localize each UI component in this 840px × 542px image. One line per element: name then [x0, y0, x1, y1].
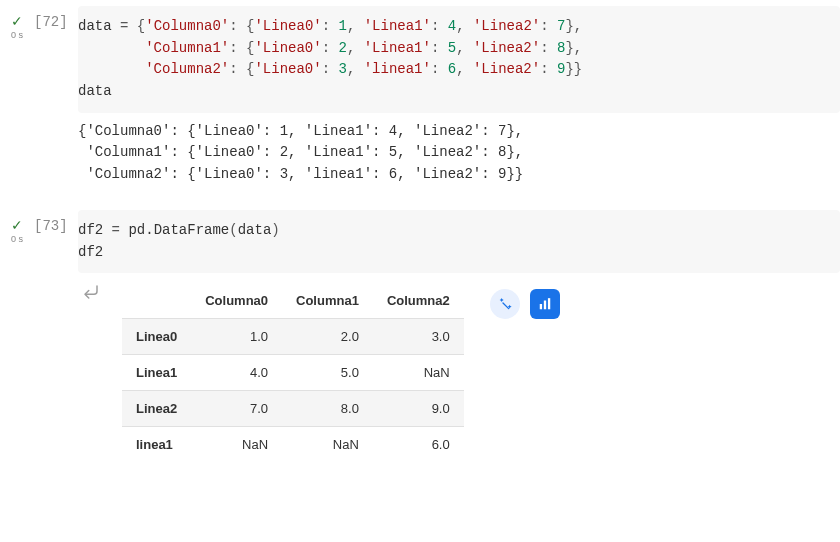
notebook-cell[interactable]: ✓ 0 s [73] df2 = pd.DataFrame(data) df2 …	[0, 204, 840, 480]
dataframe-tools	[490, 289, 560, 319]
svg-rect-1	[539, 304, 541, 309]
column-header: Columna2	[373, 283, 464, 319]
magic-wand-button[interactable]	[490, 289, 520, 319]
code-input[interactable]: data = {'Columna0': {'Linea0': 1, 'Linea…	[78, 6, 840, 113]
notebook-cell[interactable]: ✓ 0 s [72] data = {'Columna0': {'Linea0'…	[0, 0, 840, 204]
code-input[interactable]: df2 = pd.DataFrame(data) df2	[78, 210, 840, 273]
output-arrow-icon	[78, 283, 122, 305]
table-row: Linea2 7.0 8.0 9.0	[122, 391, 464, 427]
column-header: Columna0	[191, 283, 282, 319]
exec-time: 0 s	[0, 234, 34, 244]
column-header	[122, 283, 191, 319]
cell-gutter: ✓ 0 s	[0, 6, 34, 186]
cell-body: df2 = pd.DataFrame(data) df2 Columna0 Co…	[78, 210, 840, 462]
chart-button[interactable]	[530, 289, 560, 319]
cell-output-text: {'Columna0': {'Linea0': 1, 'Linea1': 4, …	[78, 121, 840, 186]
exec-count: [72]	[34, 6, 78, 186]
column-header: Columna1	[282, 283, 373, 319]
dataframe-table: Columna0 Columna1 Columna2 Linea0 1.0 2.…	[122, 283, 464, 462]
table-row: linea1 NaN NaN 6.0	[122, 427, 464, 463]
svg-rect-2	[544, 301, 546, 310]
exec-time: 0 s	[0, 30, 34, 40]
table-row: Linea1 4.0 5.0 NaN	[122, 355, 464, 391]
check-icon: ✓	[0, 218, 34, 232]
check-icon: ✓	[0, 14, 34, 28]
cell-output: Columna0 Columna1 Columna2 Linea0 1.0 2.…	[78, 273, 840, 462]
table-row: Linea0 1.0 2.0 3.0	[122, 319, 464, 355]
exec-count: [73]	[34, 210, 78, 462]
svg-rect-3	[548, 298, 550, 309]
cell-gutter: ✓ 0 s	[0, 210, 34, 462]
svg-rect-0	[502, 302, 510, 310]
cell-body: data = {'Columna0': {'Linea0': 1, 'Linea…	[78, 6, 840, 186]
